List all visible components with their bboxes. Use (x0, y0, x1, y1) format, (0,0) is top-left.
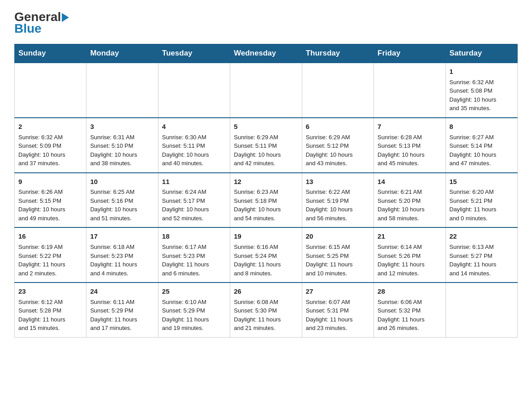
logo: General Blue (14, 11, 69, 36)
day-info: Sunrise: 6:13 AM Sunset: 5:27 PM Dayligh… (450, 243, 514, 278)
calendar-cell: 17Sunrise: 6:18 AM Sunset: 5:23 PM Dayli… (86, 227, 158, 283)
day-info: Sunrise: 6:20 AM Sunset: 5:21 PM Dayligh… (450, 188, 514, 223)
calendar-week-row: 9Sunrise: 6:26 AM Sunset: 5:15 PM Daylig… (15, 173, 518, 228)
calendar-cell: 25Sunrise: 6:10 AM Sunset: 5:29 PM Dayli… (158, 283, 230, 337)
calendar-cell: 1Sunrise: 6:32 AM Sunset: 5:08 PM Daylig… (446, 63, 517, 118)
day-number: 7 (378, 122, 442, 132)
day-number: 25 (162, 287, 226, 296)
day-number: 23 (18, 287, 82, 296)
calendar-week-row: 2Sunrise: 6:32 AM Sunset: 5:09 PM Daylig… (15, 118, 518, 173)
calendar-week-row: 23Sunrise: 6:12 AM Sunset: 5:28 PM Dayli… (15, 283, 518, 337)
day-number: 5 (234, 122, 298, 132)
calendar-cell: 6Sunrise: 6:29 AM Sunset: 5:12 PM Daylig… (302, 118, 373, 173)
calendar-cell (446, 283, 517, 337)
calendar-cell: 2Sunrise: 6:32 AM Sunset: 5:09 PM Daylig… (15, 118, 86, 173)
day-info: Sunrise: 6:28 AM Sunset: 5:13 PM Dayligh… (378, 133, 442, 168)
calendar-cell: 19Sunrise: 6:16 AM Sunset: 5:24 PM Dayli… (230, 227, 302, 283)
calendar-cell (15, 63, 86, 118)
logo-arrow-icon (62, 13, 69, 22)
day-info: Sunrise: 6:07 AM Sunset: 5:31 PM Dayligh… (306, 298, 370, 333)
day-number: 28 (378, 287, 442, 296)
day-info: Sunrise: 6:30 AM Sunset: 5:11 PM Dayligh… (162, 133, 226, 168)
day-number: 3 (90, 122, 154, 132)
day-number: 9 (18, 177, 82, 187)
day-number: 20 (306, 231, 370, 241)
calendar-cell: 14Sunrise: 6:21 AM Sunset: 5:20 PM Dayli… (374, 173, 446, 228)
day-info: Sunrise: 6:16 AM Sunset: 5:24 PM Dayligh… (234, 243, 298, 278)
calendar-cell (230, 63, 302, 118)
day-number: 26 (234, 287, 298, 296)
calendar-cell: 12Sunrise: 6:23 AM Sunset: 5:18 PM Dayli… (230, 173, 302, 228)
calendar-cell: 18Sunrise: 6:17 AM Sunset: 5:23 PM Dayli… (158, 227, 230, 283)
day-number: 27 (306, 287, 370, 296)
day-number: 22 (450, 231, 514, 241)
day-info: Sunrise: 6:32 AM Sunset: 5:09 PM Dayligh… (18, 133, 82, 168)
day-info: Sunrise: 6:29 AM Sunset: 5:11 PM Dayligh… (234, 133, 298, 168)
day-number: 13 (306, 177, 370, 187)
calendar-cell (158, 63, 230, 118)
day-of-week-header: Sunday (15, 44, 86, 63)
day-info: Sunrise: 6:31 AM Sunset: 5:10 PM Dayligh… (90, 133, 154, 168)
day-info: Sunrise: 6:10 AM Sunset: 5:29 PM Dayligh… (162, 298, 226, 333)
day-number: 21 (378, 231, 442, 241)
calendar-week-row: 1Sunrise: 6:32 AM Sunset: 5:08 PM Daylig… (15, 63, 518, 118)
day-of-week-header: Monday (86, 44, 158, 63)
day-number: 16 (18, 231, 82, 241)
calendar-cell: 21Sunrise: 6:14 AM Sunset: 5:26 PM Dayli… (374, 227, 446, 283)
day-info: Sunrise: 6:08 AM Sunset: 5:30 PM Dayligh… (234, 298, 298, 333)
day-number: 14 (378, 177, 442, 187)
page-header: General Blue (14, 11, 518, 36)
day-info: Sunrise: 6:24 AM Sunset: 5:17 PM Dayligh… (162, 188, 226, 223)
calendar-cell: 9Sunrise: 6:26 AM Sunset: 5:15 PM Daylig… (15, 173, 86, 228)
day-info: Sunrise: 6:17 AM Sunset: 5:23 PM Dayligh… (162, 243, 226, 278)
day-number: 11 (162, 177, 226, 187)
day-of-week-header: Saturday (446, 44, 517, 63)
day-of-week-header: Tuesday (158, 44, 230, 63)
calendar-cell: 13Sunrise: 6:22 AM Sunset: 5:19 PM Dayli… (302, 173, 373, 228)
calendar-cell: 23Sunrise: 6:12 AM Sunset: 5:28 PM Dayli… (15, 283, 86, 337)
calendar-cell: 10Sunrise: 6:25 AM Sunset: 5:16 PM Dayli… (86, 173, 158, 228)
day-number: 1 (450, 67, 514, 77)
calendar-cell: 4Sunrise: 6:30 AM Sunset: 5:11 PM Daylig… (158, 118, 230, 173)
day-info: Sunrise: 6:21 AM Sunset: 5:20 PM Dayligh… (378, 188, 442, 223)
calendar-cell (374, 63, 446, 118)
day-info: Sunrise: 6:12 AM Sunset: 5:28 PM Dayligh… (18, 298, 82, 333)
calendar-cell: 28Sunrise: 6:06 AM Sunset: 5:32 PM Dayli… (374, 283, 446, 337)
day-info: Sunrise: 6:25 AM Sunset: 5:16 PM Dayligh… (90, 188, 154, 223)
calendar-cell: 22Sunrise: 6:13 AM Sunset: 5:27 PM Dayli… (446, 227, 517, 283)
day-number: 24 (90, 287, 154, 296)
day-number: 15 (450, 177, 514, 187)
day-of-week-header: Thursday (302, 44, 373, 63)
calendar-table: SundayMondayTuesdayWednesdayThursdayFrid… (14, 44, 518, 338)
day-info: Sunrise: 6:27 AM Sunset: 5:14 PM Dayligh… (450, 133, 514, 168)
day-number: 10 (90, 177, 154, 187)
calendar-cell: 11Sunrise: 6:24 AM Sunset: 5:17 PM Dayli… (158, 173, 230, 228)
day-number: 6 (306, 122, 370, 132)
day-info: Sunrise: 6:23 AM Sunset: 5:18 PM Dayligh… (234, 188, 298, 223)
day-number: 2 (18, 122, 82, 132)
day-number: 4 (162, 122, 226, 132)
day-number: 12 (234, 177, 298, 187)
calendar-cell (86, 63, 158, 118)
day-info: Sunrise: 6:26 AM Sunset: 5:15 PM Dayligh… (18, 188, 82, 223)
calendar-cell: 26Sunrise: 6:08 AM Sunset: 5:30 PM Dayli… (230, 283, 302, 337)
day-of-week-header: Wednesday (230, 44, 302, 63)
day-number: 19 (234, 231, 298, 241)
day-info: Sunrise: 6:18 AM Sunset: 5:23 PM Dayligh… (90, 243, 154, 278)
calendar-week-row: 16Sunrise: 6:19 AM Sunset: 5:22 PM Dayli… (15, 227, 518, 283)
day-info: Sunrise: 6:19 AM Sunset: 5:22 PM Dayligh… (18, 243, 82, 278)
day-info: Sunrise: 6:14 AM Sunset: 5:26 PM Dayligh… (378, 243, 442, 278)
calendar-cell: 27Sunrise: 6:07 AM Sunset: 5:31 PM Dayli… (302, 283, 373, 337)
day-info: Sunrise: 6:29 AM Sunset: 5:12 PM Dayligh… (306, 133, 370, 168)
calendar-cell: 8Sunrise: 6:27 AM Sunset: 5:14 PM Daylig… (446, 118, 517, 173)
calendar-cell (302, 63, 373, 118)
day-info: Sunrise: 6:06 AM Sunset: 5:32 PM Dayligh… (378, 298, 442, 333)
day-info: Sunrise: 6:11 AM Sunset: 5:29 PM Dayligh… (90, 298, 154, 333)
calendar-cell: 7Sunrise: 6:28 AM Sunset: 5:13 PM Daylig… (374, 118, 446, 173)
day-number: 18 (162, 231, 226, 241)
day-of-week-header: Friday (374, 44, 446, 63)
calendar-cell: 15Sunrise: 6:20 AM Sunset: 5:21 PM Dayli… (446, 173, 517, 228)
calendar-cell: 5Sunrise: 6:29 AM Sunset: 5:11 PM Daylig… (230, 118, 302, 173)
calendar-cell: 3Sunrise: 6:31 AM Sunset: 5:10 PM Daylig… (86, 118, 158, 173)
calendar-cell: 16Sunrise: 6:19 AM Sunset: 5:22 PM Dayli… (15, 227, 86, 283)
